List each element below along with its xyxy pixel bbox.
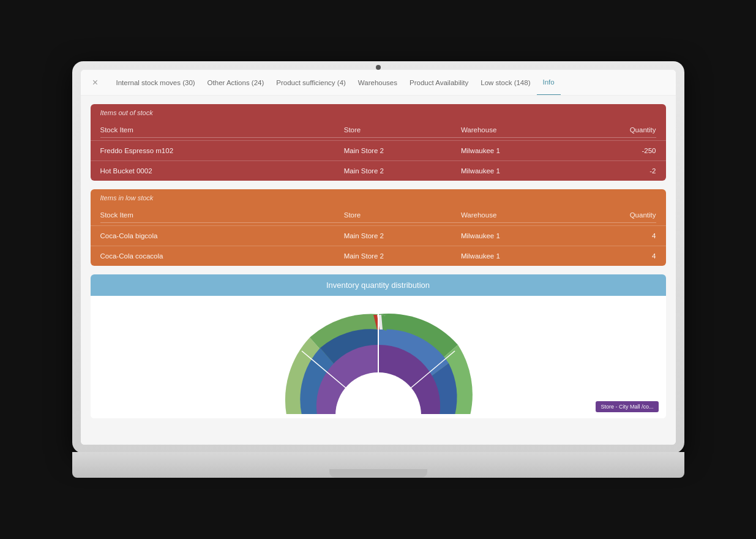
content-area: Items out of stock Stock Item Store Ware… — [81, 96, 676, 445]
header-divider — [100, 137, 656, 138]
nav-item-product-sufficiency[interactable]: Product sufficiency (4) — [270, 70, 352, 96]
donut-svg — [268, 296, 488, 418]
table-row: Coca-Cola bigcola Main Store 2 Milwaukee… — [91, 225, 666, 246]
chart-title: Inventory quantity distribution — [91, 274, 666, 296]
out-of-stock-table: Items out of stock Stock Item Store Ware… — [91, 104, 666, 181]
laptop-foot — [329, 469, 427, 478]
nav-item-other-actions[interactable]: Other Actions (24) — [201, 70, 271, 96]
low-stock-table: Items in low stock Stock Item Store Ware… — [91, 189, 666, 266]
nav-item-low-stock[interactable]: Low stock (148) — [474, 70, 536, 96]
laptop-base — [72, 452, 684, 478]
nav-bar: × Internal stock moves (30) Other Action… — [81, 70, 676, 96]
laptop-frame: × Internal stock moves (30) Other Action… — [72, 61, 684, 478]
chart-tooltip: Store - City Mall /co... — [596, 401, 658, 412]
header-divider — [100, 222, 656, 223]
chart-area: Store - City Mall /co... — [91, 296, 666, 418]
table-row: Hot Bucket 0002 Main Store 2 Milwaukee 1… — [91, 160, 666, 181]
low-stock-title: Items in low stock — [91, 189, 666, 206]
table-row: Coca-Cola cocacola Main Store 2 Milwauke… — [91, 246, 666, 266]
nav-item-internal-stock[interactable]: Internal stock moves (30) — [110, 70, 201, 96]
laptop-camera — [376, 65, 381, 70]
nav-item-info[interactable]: Info — [537, 70, 561, 96]
screen: × Internal stock moves (30) Other Action… — [81, 70, 676, 445]
low-stock-header: Stock Item Store Warehouse Quantity — [91, 206, 666, 222]
table-row: Freddo Espresso m102 Main Store 2 Milwau… — [91, 140, 666, 160]
chart-section: Inventory quantity distribution — [91, 274, 666, 418]
close-button[interactable]: × — [88, 75, 103, 90]
out-of-stock-title: Items out of stock — [91, 104, 666, 121]
donut-chart — [268, 296, 488, 418]
out-of-stock-header: Stock Item Store Warehouse Quantity — [91, 121, 666, 137]
nav-item-warehouses[interactable]: Warehouses — [352, 70, 403, 96]
nav-item-product-availability[interactable]: Product Availability — [403, 70, 474, 96]
laptop-body: × Internal stock moves (30) Other Action… — [72, 61, 684, 453]
